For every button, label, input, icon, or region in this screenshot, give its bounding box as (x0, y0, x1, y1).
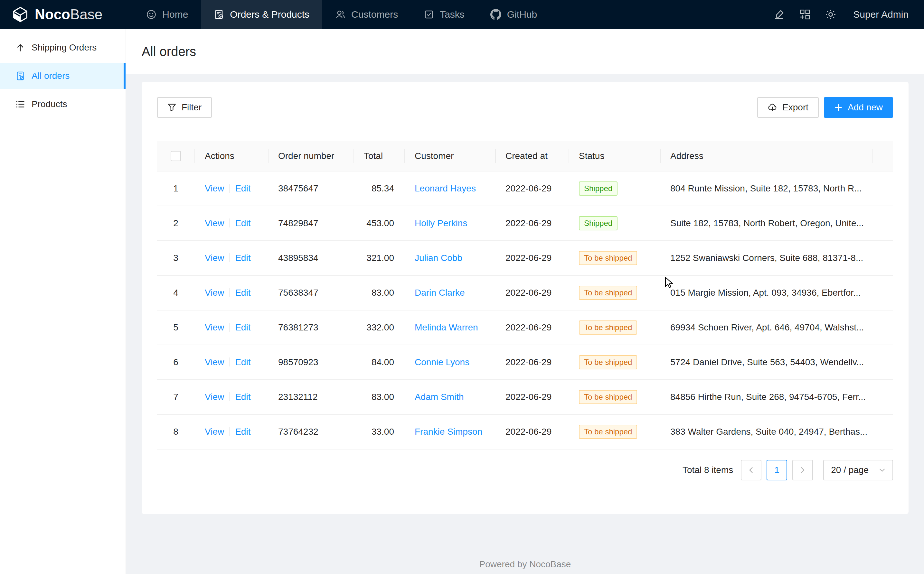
edit-link[interactable]: Edit (235, 218, 251, 228)
view-link[interactable]: View (205, 392, 224, 402)
pagination-prev-button[interactable] (741, 460, 761, 480)
sidebar-item-label: Products (32, 99, 67, 109)
edit-link[interactable]: Edit (235, 322, 251, 333)
customer-cell: Connie Lyons (404, 345, 495, 380)
orders-table-card: Filter Export (142, 82, 908, 514)
view-link[interactable]: View (205, 253, 224, 263)
row-actions-cell: ViewEdit (194, 310, 268, 345)
total-cell: 85.34 (354, 171, 404, 206)
total-cell: 332.00 (354, 310, 404, 345)
status-cell: To be shipped (569, 345, 660, 380)
total-cell: 453.00 (354, 206, 404, 241)
sidebar-item-label: All orders (32, 71, 69, 81)
row-index: 4 (157, 275, 194, 310)
sidebar-item-all-orders[interactable]: All orders (0, 63, 126, 89)
customer-link[interactable]: Melinda Warren (415, 322, 478, 333)
view-link[interactable]: View (205, 288, 224, 298)
nav-item-orders-products[interactable]: Orders & Products (201, 0, 322, 29)
edit-link[interactable]: Edit (235, 288, 251, 298)
settings-gear-icon[interactable] (821, 5, 840, 24)
file-done-icon (214, 9, 224, 20)
smile-icon (146, 9, 156, 20)
action-divider (229, 218, 230, 227)
pagination-page-button[interactable]: 1 (766, 460, 787, 480)
table-row: 3ViewEdit43895834321.00Julian Cobb2022-0… (157, 241, 893, 275)
created-at-cell: 2022-06-29 (495, 206, 569, 241)
created-at-cell: 2022-06-29 (495, 415, 569, 449)
customer-cell: Adam Smith (404, 380, 495, 415)
pagination-total: Total 8 items (682, 465, 733, 475)
column-header-filler (872, 141, 893, 171)
edit-link[interactable]: Edit (235, 427, 251, 437)
row-actions-cell: ViewEdit (194, 206, 268, 241)
sidebar-item-shipping-orders[interactable]: Shipping Orders (0, 35, 126, 60)
filler-cell (872, 241, 893, 275)
toolbar-right: Export Add new (757, 97, 893, 118)
main-menu: Home Orders & Products Customers (133, 0, 550, 29)
created-at-cell: 2022-06-29 (495, 275, 569, 310)
select-all-checkbox[interactable] (171, 151, 181, 161)
filter-button[interactable]: Filter (157, 97, 212, 118)
page-size-select[interactable]: 20 / page (823, 460, 893, 480)
nav-item-tasks[interactable]: Tasks (411, 0, 477, 29)
edit-link[interactable]: Edit (235, 357, 251, 367)
status-badge: To be shipped (579, 425, 637, 439)
view-link[interactable]: View (205, 322, 224, 333)
filter-icon (167, 103, 177, 112)
action-divider (229, 323, 230, 332)
view-link[interactable]: View (205, 427, 224, 437)
row-index: 1 (157, 171, 194, 206)
user-menu[interactable]: Super Admin (853, 9, 908, 20)
sidebar-item-products[interactable]: Products (0, 91, 126, 117)
total-cell: 84.00 (354, 345, 404, 380)
appstore-add-icon[interactable] (795, 5, 815, 24)
filler-cell (872, 345, 893, 380)
customer-cell: Leonard Hayes (404, 171, 495, 206)
orders-table: Actions Order number Total Customer Crea… (157, 141, 893, 449)
highlighter-icon[interactable] (769, 5, 789, 24)
row-actions-cell: ViewEdit (194, 171, 268, 206)
status-cell: Shipped (569, 206, 660, 241)
view-link[interactable]: View (205, 357, 224, 367)
status-cell: Shipped (569, 171, 660, 206)
customer-link[interactable]: Darin Clarke (415, 288, 465, 298)
nocobase-logo[interactable]: NocoBase (0, 0, 115, 29)
edit-link[interactable]: Edit (235, 183, 251, 193)
nav-item-label: GitHub (507, 9, 537, 20)
address-cell: 5724 Daniel Drive, Suite 563, 54403, Wen… (660, 345, 872, 380)
order-number-cell: 76381273 (268, 310, 354, 345)
customer-link[interactable]: Julian Cobb (415, 253, 462, 263)
view-link[interactable]: View (205, 183, 224, 193)
action-divider (229, 184, 230, 193)
address-cell: Suite 182, 15783, North Robert, Oregon, … (660, 206, 872, 241)
row-actions-cell: ViewEdit (194, 380, 268, 415)
nav-item-customers[interactable]: Customers (322, 0, 411, 29)
customer-cell: Frankie Simpson (404, 415, 495, 449)
status-badge: Shipped (579, 181, 618, 196)
customer-link[interactable]: Connie Lyons (415, 357, 469, 367)
edit-link[interactable]: Edit (235, 253, 251, 263)
add-new-button[interactable]: Add new (824, 97, 893, 118)
order-number-cell: 75638347 (268, 275, 354, 310)
status-badge: To be shipped (579, 251, 637, 265)
status-badge: To be shipped (579, 390, 637, 404)
nav-item-github[interactable]: GitHub (477, 0, 550, 29)
customer-link[interactable]: Adam Smith (415, 392, 464, 402)
view-link[interactable]: View (205, 218, 224, 228)
export-button[interactable]: Export (757, 97, 819, 118)
address-cell: 84856 Hirthe Run, Suite 268, 94754-6705,… (660, 380, 872, 415)
nav-item-home[interactable]: Home (133, 0, 201, 29)
nav-item-label: Home (162, 9, 188, 20)
nav-item-label: Customers (351, 9, 398, 20)
pagination-next-button[interactable] (792, 460, 813, 480)
nav-item-label: Tasks (440, 9, 464, 20)
table-header-row: Actions Order number Total Customer Crea… (157, 141, 893, 171)
customer-link[interactable]: Holly Perkins (415, 218, 467, 228)
chevron-left-icon (747, 467, 755, 474)
customer-link[interactable]: Frankie Simpson (415, 427, 482, 437)
customer-link[interactable]: Leonard Hayes (415, 183, 476, 193)
status-cell: To be shipped (569, 275, 660, 310)
row-actions-cell: ViewEdit (194, 345, 268, 380)
select-all-header (157, 141, 194, 171)
edit-link[interactable]: Edit (235, 392, 251, 402)
